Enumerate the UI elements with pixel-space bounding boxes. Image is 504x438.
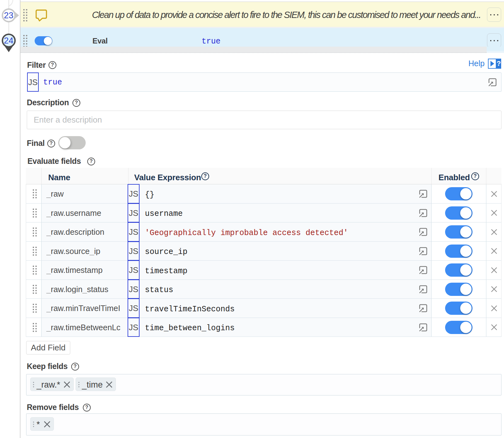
svg-text:23: 23 xyxy=(4,11,13,20)
svg-text:24: 24 xyxy=(4,36,13,45)
